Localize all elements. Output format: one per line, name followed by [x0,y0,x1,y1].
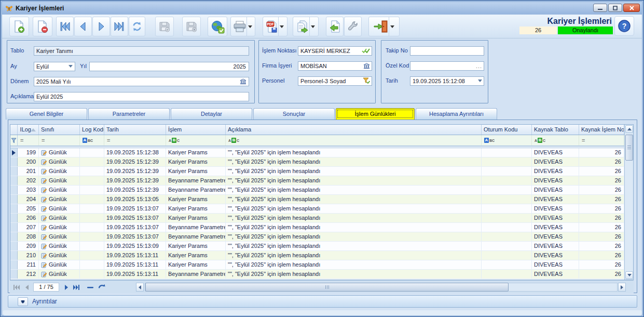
table-row[interactable]: 203Günlük19.09.2025 15:12:39Beyanname Pa… [10,186,624,195]
filter-cell-kaynak_tablo[interactable]: ABC [532,135,579,146]
table-row[interactable]: 199Günlük19.09.2025 15:12:38Kariyer Para… [10,148,624,157]
hscroll-right-icon[interactable] [618,283,626,292]
vertical-scrollbar[interactable] [624,125,633,280]
tab-4[interactable]: Sonuçlar [253,108,335,120]
hscroll-left-icon[interactable] [136,283,144,292]
ay-dropdown-caret-icon[interactable] [68,65,73,68]
header-cell-kaynak_islem_no[interactable]: Kaynak İşlem No [579,125,624,135]
firma-isyeri-field[interactable]: MOBİSAN [298,61,372,71]
filter-cell-oturum_kodu[interactable]: ABC [482,135,532,146]
help-button[interactable]: ? [614,16,634,36]
filter-cell-tarih[interactable]: = [104,135,166,146]
scroll-down-icon[interactable] [625,271,633,279]
yil-field[interactable]: 2025 [89,62,249,71]
copy-transfer-button[interactable] [293,17,319,36]
tarih-field[interactable]: 19.09.2025 15:12:08 [410,76,484,86]
tab-1[interactable]: Genel Bilgiler [6,108,87,120]
save-button[interactable] [155,17,174,36]
refresh-button[interactable] [129,17,145,36]
cell-oturum_kodu [482,270,532,279]
table-row[interactable]: 200Günlük19.09.2025 15:12:39Kariyer Para… [10,157,624,167]
table-row[interactable]: 206Günlük19.09.2025 15:13:07Kariyer Para… [10,214,624,223]
ellipsis-icon[interactable]: ... [476,63,482,69]
table-row[interactable]: 212Günlük19.09.2025 15:13:11Beyanname Pa… [10,270,624,279]
cell-tarih: 19.09.2025 15:12:39 [104,157,166,166]
firma-bank-icon[interactable] [363,63,370,69]
new-record-button[interactable] [9,17,29,36]
tab-6[interactable]: Hesaplama Ayrıntıları [416,108,497,120]
table-row[interactable]: 204Günlük19.09.2025 15:13:05Kariyer Para… [10,195,624,204]
filter-cell-log_kodu[interactable]: ABC [80,135,104,146]
filter-cell-islem[interactable]: ABC [166,135,226,146]
pager-refresh-button[interactable] [97,283,106,292]
header-cell-tarih[interactable]: Tarih [104,125,166,135]
ozel-kod-field[interactable] [410,61,484,71]
header-cell-log_kodu[interactable]: Log Kodu [80,125,104,135]
table-row[interactable]: 208Günlük19.09.2025 15:13:07Beyanname Pa… [10,232,624,242]
pager-next-button[interactable] [62,283,71,292]
tab-2[interactable]: Parametreler [88,108,170,120]
donem-bank-icon[interactable] [240,78,246,85]
aciklama-field[interactable]: Eylül 2025 [34,92,249,101]
cell-kaynak_tablo: DIVEVEAS [532,157,579,166]
cell-ilog: 209 [18,242,39,250]
tools-button[interactable] [344,17,362,36]
header-cell-oturum_kodu[interactable]: Oturum Kodu [482,125,532,135]
close-button[interactable] [623,4,640,12]
table-row[interactable]: 209Günlük19.09.2025 15:13:09Kariyer Para… [10,242,624,251]
minimize-button[interactable] [593,4,607,12]
filter-cell-sinifi[interactable]: = [39,135,80,146]
pager-prev-button[interactable] [22,283,32,292]
pager-last-button[interactable] [72,283,81,292]
prev-record-button[interactable] [74,17,92,36]
filter-funnel-icon[interactable] [10,135,18,146]
pager-first-button[interactable] [12,283,21,292]
exit-button[interactable] [368,17,400,36]
table-row[interactable]: 210Günlük19.09.2025 15:13:11Kariyer Para… [10,251,624,260]
delete-record-button[interactable] [33,17,52,36]
pdf-dropdown[interactable] [278,17,285,36]
tab-3[interactable]: Detaylar [171,108,252,120]
double-check-icon[interactable] [362,48,370,54]
print-dropdown[interactable] [246,17,253,36]
header-cell-kaynak_tablo[interactable]: Kaynak Tablo [532,125,579,135]
import-button[interactable] [326,17,344,36]
first-record-button[interactable] [56,17,74,36]
exit-dropdown[interactable] [389,17,395,36]
header-cell-ilog[interactable]: ILog [18,125,39,135]
table-row[interactable]: 207Günlük19.09.2025 15:13:07Beyanname Pa… [10,223,624,232]
next-record-button[interactable] [92,17,110,36]
tarih-dropdown-caret-icon[interactable] [478,80,482,82]
header-cell-aciklama[interactable]: Açıklama [226,125,482,135]
filter-cell-kaynak_islem_no[interactable]: = [579,135,624,146]
personel-field[interactable]: Personel-3 Soyad [298,76,372,86]
filter-cell-ilog[interactable]: = [18,135,39,146]
print-button[interactable] [230,17,255,36]
filter-cell-aciklama[interactable]: ABC [226,135,482,146]
table-row[interactable]: 201Günlük19.09.2025 15:12:39Kariyer Para… [10,167,624,176]
last-record-button[interactable] [111,17,128,36]
header-cell-sinifi[interactable]: Sınıfı [39,125,80,135]
pager-remove-button[interactable] [86,283,95,292]
tools-icon [347,20,359,33]
tablo-field[interactable]: Kariyer Tanımı [34,46,249,56]
scroll-up-icon[interactable] [625,125,633,133]
details-expand-button[interactable] [18,297,28,306]
islem-noktasi-field[interactable]: KAYSERİ MERKEZ [298,46,372,56]
table-row[interactable]: 202Günlük19.09.2025 15:12:39Beyanname Pa… [10,176,624,186]
table-row[interactable]: 211Günlük19.09.2025 15:13:11Kariyer Para… [10,260,624,270]
pdf-export-button[interactable]: PDF [263,17,287,36]
takip-no-field[interactable] [410,46,484,56]
donem-field[interactable]: 2025 Mali Yılı [34,77,249,86]
restore-button[interactable] [608,4,622,12]
copy-dropdown[interactable] [309,17,316,36]
header-cell-islem[interactable]: İşlem [166,125,226,135]
horizontal-scroll-thumb[interactable] [145,283,509,292]
tab-5[interactable]: İşlem Günlükleri [336,108,415,120]
save-cancel-button[interactable] [182,17,201,36]
web-check-button[interactable] [208,17,227,36]
funnel-check-icon[interactable] [363,77,370,84]
cell-aciklama: "", "Eylül 2025" için işlem hesaplandı [226,204,482,213]
vertical-scroll-thumb[interactable] [625,135,633,161]
table-row[interactable]: 205Günlük19.09.2025 15:13:07Kariyer Para… [10,204,624,214]
